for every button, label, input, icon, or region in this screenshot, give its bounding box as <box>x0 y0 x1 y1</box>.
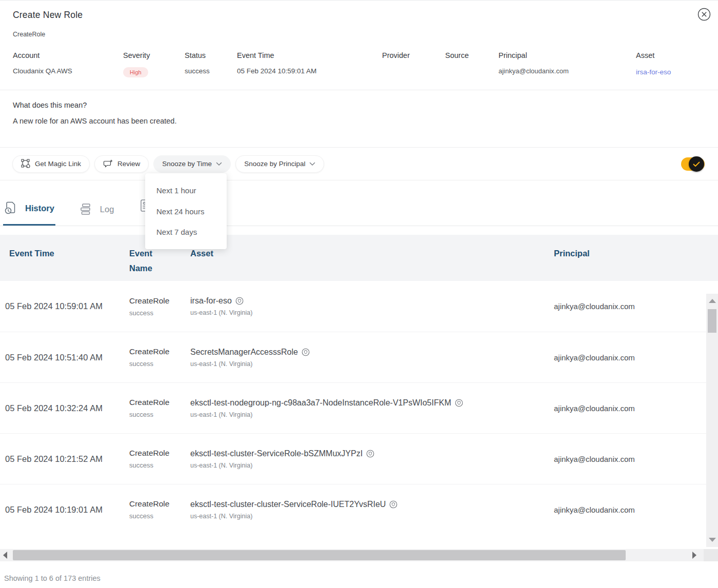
menu-item-next-1-hour[interactable]: Next 1 hour <box>145 187 227 194</box>
table-row[interactable]: 05 Feb 2024 10:32:24 AM CreateRole succe… <box>0 382 718 433</box>
row-event-time: 05 Feb 2024 10:21:52 AM <box>0 454 129 464</box>
description-heading: What does this mean? <box>13 101 706 109</box>
table-row[interactable]: 05 Feb 2024 10:51:40 AM CreateRole succe… <box>0 332 718 382</box>
event-type-subtitle: CreateRole <box>13 31 706 38</box>
row-asset-region: us-east-1 (N. Virginia) <box>190 309 554 316</box>
status-value: success <box>185 67 237 75</box>
event-detail-modal: Create New Role CreateRole Account Cloud… <box>0 0 718 588</box>
modal-header: Create New Role CreateRole <box>0 1 718 38</box>
row-asset-name: eksctl-test-nodegroup-ng-c98aa3a7-NodeIn… <box>190 398 451 408</box>
row-event-name-cell: CreateRole success <box>129 499 190 520</box>
meta-status-label: Status <box>185 51 237 59</box>
meta-account-value: Cloudanix QA AWS <box>13 67 123 75</box>
meta-event-time: Event Time 05 Feb 2024 10:59:01 AM <box>237 51 382 77</box>
table-row[interactable]: 05 Feb 2024 10:21:52 AM CreateRole succe… <box>0 433 718 484</box>
meta-severity-label: Severity <box>123 51 185 59</box>
asset-link[interactable]: irsa-for-eso <box>636 68 671 76</box>
table-row[interactable]: 05 Feb 2024 10:59:01 AM CreateRole succe… <box>0 281 718 332</box>
tab-log-label: Log <box>100 205 114 214</box>
row-asset-cell: eksctl-test-cluster-ServiceRole-bSZMMuxJ… <box>190 449 554 469</box>
row-asset-cell: eksctl-test-cluster-cluster-ServiceRole-… <box>190 500 554 520</box>
toggle-knob <box>689 156 704 172</box>
scroll-right-arrow[interactable] <box>692 552 696 559</box>
event-meta-row: Account Cloudanix QA AWS Severity High S… <box>0 38 718 90</box>
snooze-by-time-button[interactable]: Snooze by Time <box>153 155 231 173</box>
row-event-name-cell: CreateRole success <box>129 449 190 469</box>
row-event-status: success <box>129 360 190 368</box>
tab-history[interactable]: History <box>3 201 55 226</box>
checkmark-icon <box>693 161 700 167</box>
history-table-body: 05 Feb 2024 10:59:01 AM CreateRole succe… <box>0 281 718 535</box>
shield-circle-icon[interactable] <box>302 348 310 356</box>
shield-circle-icon[interactable] <box>235 297 244 305</box>
vertical-scroll-thumb[interactable] <box>708 309 716 333</box>
row-principal: ajinkya@cloudanix.com <box>554 353 718 362</box>
scroll-left-arrow[interactable] <box>3 552 7 559</box>
review-button[interactable]: Review <box>94 155 149 173</box>
history-tab-icon <box>4 201 18 215</box>
horizontal-scrollbar[interactable] <box>0 549 704 561</box>
meta-provider: Provider <box>382 51 445 77</box>
meta-account-label: Account <box>13 51 123 59</box>
row-asset-name: eksctl-test-cluster-cluster-ServiceRole-… <box>190 500 386 509</box>
row-event-status: success <box>129 461 190 469</box>
row-principal: ajinkya@cloudanix.com <box>554 302 718 311</box>
row-event-time: 05 Feb 2024 10:51:40 AM <box>0 353 129 362</box>
row-asset-cell: eksctl-test-nodegroup-ng-c98aa3a7-NodeIn… <box>190 398 554 418</box>
chevron-down-icon <box>216 162 222 166</box>
log-tab-icon <box>80 203 93 215</box>
magic-link-icon <box>21 159 31 169</box>
horizontal-scroll-thumb[interactable] <box>13 550 626 560</box>
meta-principal-label: Principal <box>498 51 636 59</box>
menu-item-next-24-hours[interactable]: Next 24 hours <box>145 208 227 215</box>
meta-provider-label: Provider <box>382 51 445 59</box>
row-asset-cell: irsa-for-eso us-east-1 (N. Virginia) <box>190 296 554 316</box>
review-comment-icon <box>103 159 113 169</box>
get-magic-link-button[interactable]: Get Magic Link <box>12 155 90 173</box>
row-event-name-cell: CreateRole success <box>129 398 190 418</box>
row-asset-cell: SecretsManagerAccesssRole us-east-1 (N. … <box>190 348 554 368</box>
row-asset-region: us-east-1 (N. Virginia) <box>190 411 554 418</box>
tab-bar: History Log <box>0 180 718 226</box>
scroll-up-arrow[interactable] <box>709 299 716 303</box>
row-principal: ajinkya@cloudanix.com <box>554 505 718 514</box>
shield-circle-icon[interactable] <box>366 450 374 458</box>
entries-summary: Showing 1 to 6 of 173 entries <box>4 574 101 582</box>
meta-severity: Severity High <box>123 51 185 77</box>
snooze-by-time-menu: Next 1 hour Next 24 hours Next 7 days <box>145 173 227 249</box>
meta-asset: Asset irsa-for-eso <box>636 51 706 77</box>
row-event-name: CreateRole <box>129 347 190 356</box>
meta-source-label: Source <box>445 51 498 59</box>
notification-toggle[interactable] <box>681 157 705 171</box>
column-header-principal: Principal <box>554 246 718 281</box>
row-principal: ajinkya@cloudanix.com <box>554 404 718 413</box>
history-table-header: Event Time Event Name Asset Principal <box>0 235 718 281</box>
meta-status: Status success <box>185 51 237 77</box>
snooze-by-principal-label: Snooze by Principal <box>244 160 305 168</box>
scroll-down-arrow[interactable] <box>709 538 716 542</box>
table-row[interactable]: 05 Feb 2024 10:19:01 AM CreateRole succe… <box>0 484 718 535</box>
tab-log[interactable]: Log <box>79 203 115 226</box>
row-event-name: CreateRole <box>129 296 190 306</box>
description-section: What does this mean? A new role for an A… <box>0 90 718 147</box>
snooze-by-time-label: Snooze by Time <box>162 160 212 168</box>
row-event-status: success <box>129 512 190 520</box>
shield-circle-icon[interactable] <box>389 500 397 509</box>
row-asset-name: irsa-for-eso <box>190 296 232 306</box>
severity-badge: High <box>123 67 148 77</box>
meta-principal: Principal ajinkya@cloudanix.com <box>498 51 636 77</box>
row-event-name-cell: CreateRole success <box>129 296 190 317</box>
meta-account: Account Cloudanix QA AWS <box>13 51 123 77</box>
shield-circle-icon[interactable] <box>455 399 463 407</box>
row-asset-name: SecretsManagerAccesssRole <box>190 348 298 357</box>
scrollbar-corner <box>704 549 718 561</box>
row-event-time: 05 Feb 2024 10:32:24 AM <box>0 403 129 413</box>
menu-item-next-7-days[interactable]: Next 7 days <box>145 228 227 236</box>
meta-event-time-value: 05 Feb 2024 10:59:01 AM <box>237 67 382 75</box>
meta-source: Source <box>445 51 498 77</box>
vertical-scrollbar[interactable] <box>706 294 718 547</box>
snooze-by-principal-button[interactable]: Snooze by Principal <box>235 155 324 173</box>
close-button[interactable] <box>697 7 711 22</box>
row-principal: ajinkya@cloudanix.com <box>554 455 718 463</box>
column-header-event-time: Event Time <box>0 246 129 281</box>
